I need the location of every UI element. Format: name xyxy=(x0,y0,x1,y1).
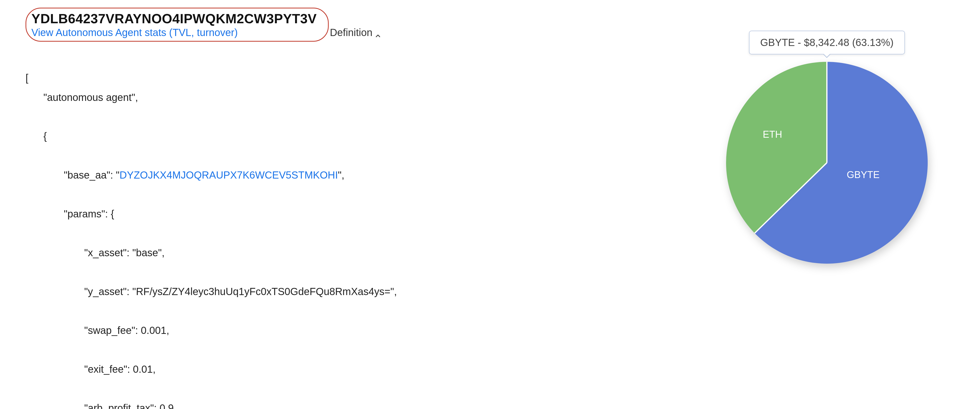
tooltip-text: GBYTE - $8,342.48 (63.13%) xyxy=(760,37,894,48)
agent-address: YDLB64237VRAYNOO4IPWQKM2CW3PYT3V xyxy=(32,11,317,26)
chart-tooltip: GBYTE - $8,342.48 (63.13%) xyxy=(749,30,905,54)
definition-toggle[interactable]: Definition xyxy=(330,27,381,38)
agent-header: YDLB64237VRAYNOO4IPWQKM2CW3PYT3V View Au… xyxy=(25,8,329,42)
chevron-up-icon xyxy=(375,30,381,36)
json-line: "exit_fee": 0.01, xyxy=(25,359,612,379)
json-line: "arb_profit_tax": 0.9, xyxy=(25,398,612,409)
json-line: "swap_fee": 0.001, xyxy=(25,321,612,340)
json-line: "base_aa": "DYZOJKX4MJOQRAUPX7K6WCEV5STM… xyxy=(25,165,612,185)
json-line: "x_asset": "base", xyxy=(25,243,612,262)
pie-wrap: ETH GBYTE xyxy=(726,62,928,264)
pie-svg xyxy=(726,62,928,264)
json-line: [ xyxy=(25,72,28,83)
base-aa-link[interactable]: DYZOJKX4MJOQRAUPX7K6WCEV5STMKOHI xyxy=(119,169,338,181)
json-line: "autonomous agent", xyxy=(25,88,612,107)
tooltip-arrow-icon xyxy=(823,54,831,58)
definition-label: Definition xyxy=(330,27,372,38)
json-line: "y_asset": "RF/ysZ/ZY4leyc3huUq1yFc0xTS0… xyxy=(25,282,612,301)
stats-link[interactable]: View Autonomous Agent stats (TVL, turnov… xyxy=(32,27,238,38)
json-line: "params": { xyxy=(25,204,612,224)
definition-json: [ "autonomous agent", { "base_aa": "DYZO… xyxy=(25,49,612,409)
json-line: { xyxy=(25,126,612,146)
